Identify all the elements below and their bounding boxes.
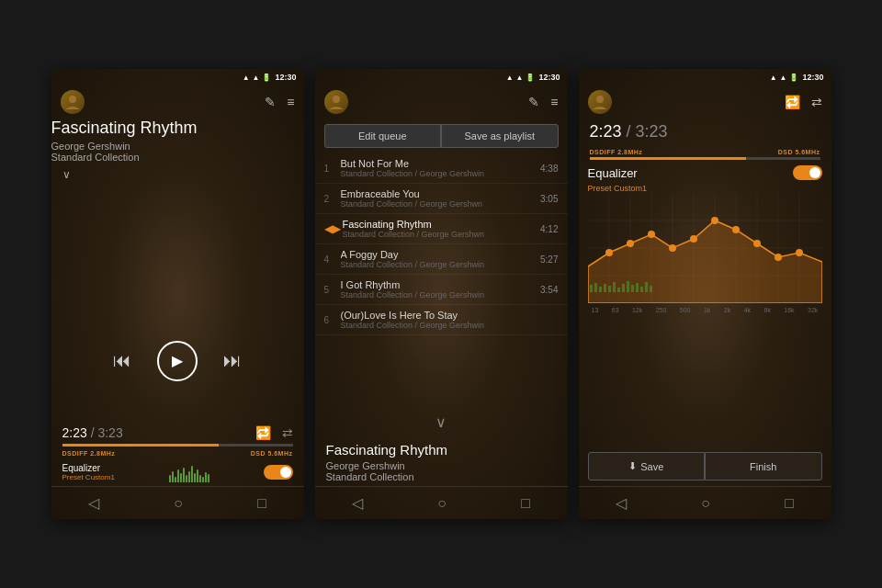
- track-meta-2: Standard Collection / George Gershwn: [341, 199, 536, 209]
- track-item-6[interactable]: 6 (Our)Love Is Here To Stay Standard Col…: [315, 305, 568, 335]
- nav-home-2[interactable]: ○: [437, 495, 447, 512]
- freq-1k: 1k: [704, 307, 710, 313]
- eq-header: Equalizer: [588, 165, 822, 180]
- nav-home-1[interactable]: ○: [174, 495, 183, 512]
- screens-container: ▲ ▲ 🔋 12:30 ✎ ≡: [51, 69, 831, 519]
- nav-back-2[interactable]: ◁: [352, 494, 363, 512]
- nav-bar-1: ◁ ○ □: [51, 486, 304, 519]
- battery-icon-2: 🔋: [526, 74, 535, 82]
- eq-knob-3: [809, 167, 820, 178]
- status-bar-2: ▲ ▲ 🔋 12:30: [315, 69, 568, 85]
- freq-250: 250: [656, 307, 667, 313]
- top-icons-2: ✎ ≡: [528, 95, 558, 109]
- avatar-1[interactable]: [61, 90, 85, 114]
- status-time-3: 12:30: [802, 73, 823, 82]
- shuffle-icon-1[interactable]: ⇄: [282, 425, 293, 440]
- status-bar-1: ▲ ▲ 🔋 12:30: [51, 69, 304, 85]
- queue-song-title: Fascinating Rhythm: [326, 442, 557, 458]
- song-album-1: Standard Collection: [51, 152, 304, 163]
- nav-recent-3[interactable]: □: [785, 495, 794, 512]
- menu-icon-1[interactable]: ≡: [287, 95, 294, 109]
- track-name-4: A Foggy Day: [341, 249, 536, 260]
- svg-rect-37: [636, 283, 639, 292]
- edit-icon-2[interactable]: ✎: [528, 95, 539, 109]
- wifi-icon-2: ▲: [516, 74, 524, 82]
- equalizer-screen: ▲ ▲ 🔋 12:30 🔁 ⇄: [579, 69, 831, 519]
- eq-graph[interactable]: [588, 193, 822, 303]
- track-item-5[interactable]: 5 I Got Rhythm Standard Collection / Geo…: [315, 275, 568, 305]
- edit-queue-btn[interactable]: Edit queue: [324, 124, 442, 148]
- freq-63: 63: [612, 307, 619, 313]
- eq-label-1: Equalizer: [62, 463, 115, 473]
- track-dur-4: 5:27: [540, 254, 558, 265]
- queue-song-info: Fascinating Rhythm George Gershwin Stand…: [315, 435, 568, 486]
- time-row-3: 2:23 / 3:23: [579, 119, 831, 145]
- battery-icon-3: 🔋: [789, 74, 798, 82]
- repeat-icon-3[interactable]: 🔁: [785, 95, 800, 109]
- freq-13: 13: [592, 307, 599, 313]
- svg-rect-31: [608, 286, 611, 292]
- nav-back-3[interactable]: ◁: [616, 494, 627, 512]
- status-time-2: 12:30: [538, 73, 560, 82]
- track-details-5: I Got Rhythm Standard Collection / Georg…: [341, 279, 536, 300]
- svg-rect-35: [627, 281, 629, 292]
- eq-bottom-buttons: ⬇ Save Finish: [588, 452, 822, 481]
- format-right-1: DSD 5.6MHz: [251, 450, 293, 457]
- prev-btn-1[interactable]: ⏮: [113, 350, 131, 371]
- avatar-3[interactable]: [588, 90, 612, 114]
- svg-rect-36: [631, 285, 634, 292]
- nav-bar-2: ◁ ○ □: [315, 486, 568, 519]
- svg-point-24: [753, 240, 761, 247]
- eq-info-1: Equalizer Preset Custom1: [62, 463, 115, 481]
- status-time-1: 12:30: [275, 73, 296, 82]
- track-num-1: 1: [324, 164, 341, 174]
- freq-12k: 12k: [632, 307, 642, 313]
- finish-btn[interactable]: Finish: [705, 452, 822, 481]
- queue-song-artist: George Gershwin: [326, 460, 557, 471]
- nav-recent-2[interactable]: □: [521, 495, 530, 512]
- current-time-3: 2:23: [590, 122, 622, 141]
- nav-home-3[interactable]: ○: [701, 495, 710, 512]
- action-icons-1: 🔁 ⇄: [255, 425, 293, 440]
- track-item-2[interactable]: 2 Embraceable You Standard Collection / …: [315, 184, 568, 214]
- svg-rect-29: [599, 287, 602, 292]
- freq-4k: 4k: [744, 307, 751, 313]
- format-row-1: DSDIFF 2.8MHz DSD 5.6MHz: [51, 447, 304, 458]
- time-row-1: 2:23 / 3:23 🔁 ⇄: [51, 422, 304, 444]
- track-dur-3: 4:12: [540, 224, 558, 234]
- edit-icon-1[interactable]: ✎: [265, 95, 276, 109]
- track-dur-1: 4:38: [540, 164, 558, 174]
- track-meta-1: Standard Collection / George Gershwin: [341, 169, 536, 178]
- track-item-4[interactable]: 4 A Foggy Day Standard Collection / Geor…: [315, 244, 568, 275]
- share-icon-3[interactable]: ⇄: [811, 95, 822, 109]
- eq-viz-1: [169, 462, 209, 482]
- eq-toggle-1[interactable]: [264, 465, 293, 480]
- nav-recent-1[interactable]: □: [257, 495, 266, 512]
- svg-point-17: [605, 249, 613, 256]
- svg-rect-34: [622, 284, 625, 292]
- queue-buttons: Edit queue Save as playlist: [324, 124, 559, 148]
- svg-point-2: [596, 96, 604, 103]
- save-btn[interactable]: ⬇ Save: [588, 452, 706, 481]
- format-left-3: DSDIFF 2.8MHz: [590, 149, 643, 155]
- menu-icon-2[interactable]: ≡: [550, 95, 558, 109]
- status-bar-3: ▲ ▲ 🔋 12:30: [579, 69, 831, 85]
- repeat-icon-1[interactable]: 🔁: [255, 425, 271, 440]
- save-playlist-btn[interactable]: Save as playlist: [441, 124, 559, 148]
- chevron-down-btn[interactable]: ∨: [315, 410, 568, 435]
- play-btn-1[interactable]: ▶: [157, 341, 198, 381]
- track-details-3: Fascinating Rhythm Standard Collection /…: [343, 219, 536, 239]
- player-screen: ▲ ▲ 🔋 12:30 ✎ ≡: [51, 69, 304, 519]
- track-item-3[interactable]: ◀▶ Fascinating Rhythm Standard Collectio…: [315, 214, 568, 244]
- queue-screen: ▲ ▲ 🔋 12:30 ✎ ≡: [315, 69, 568, 519]
- svg-rect-28: [594, 283, 597, 292]
- expand-btn-1[interactable]: ∨: [51, 163, 304, 187]
- eq-knob-1: [280, 467, 291, 478]
- battery-icon: 🔋: [262, 74, 271, 82]
- avatar-2[interactable]: [324, 90, 348, 114]
- next-btn-1[interactable]: ⏭: [223, 350, 242, 371]
- track-item-1[interactable]: 1 But Not For Me Standard Collection / G…: [315, 153, 568, 184]
- eq-toggle-3[interactable]: [793, 165, 822, 180]
- nav-back-1[interactable]: ◁: [88, 494, 99, 512]
- signal-icon-3: ▲: [770, 74, 777, 82]
